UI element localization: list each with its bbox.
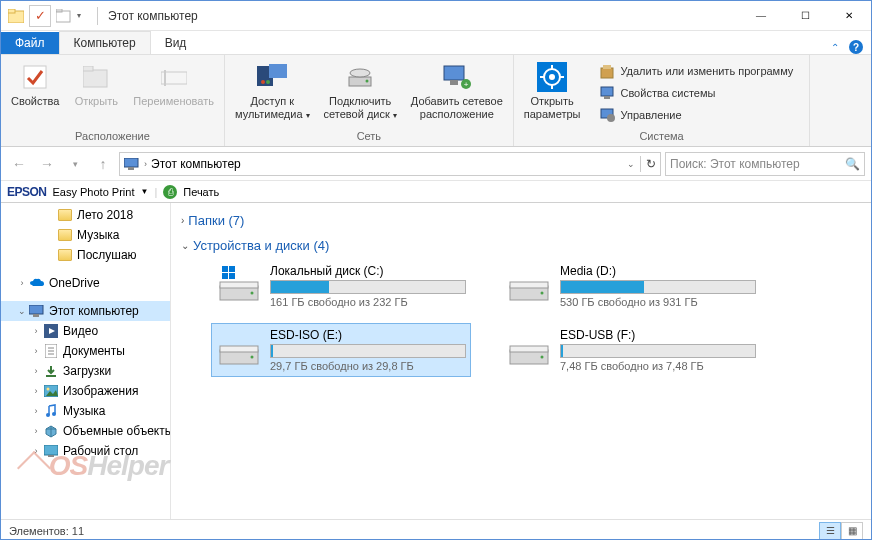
manage-icon <box>600 107 616 123</box>
tree-item[interactable]: ›Рабочий стол <box>1 441 170 461</box>
search-input[interactable] <box>670 157 845 171</box>
drive-name: ESD-USB (F:) <box>560 328 756 342</box>
tree-twisty-icon[interactable]: › <box>29 406 43 416</box>
svg-rect-28 <box>603 65 611 69</box>
system-properties-button[interactable]: Свойства системы <box>596 83 797 103</box>
tree-item-label: Послушаю <box>77 248 137 262</box>
tab-computer[interactable]: Компьютер <box>59 31 151 54</box>
tree-item[interactable]: ›Изображения <box>1 381 170 401</box>
new-folder-qat-icon[interactable] <box>53 5 75 27</box>
tree-item[interactable]: ›Музыка <box>1 401 170 421</box>
tree-item[interactable]: ›Видео <box>1 321 170 341</box>
svg-rect-6 <box>83 66 93 71</box>
svg-rect-62 <box>510 282 548 288</box>
tree-item[interactable]: Послушаю <box>1 245 170 265</box>
drives-category[interactable]: ⌄ Устройства и диски (4) <box>181 234 861 259</box>
tree-twisty-icon[interactable]: › <box>29 366 43 376</box>
svg-point-60 <box>251 292 254 295</box>
tree-item-label: Музыка <box>77 228 119 242</box>
tree-item[interactable]: Лето 2018 <box>1 205 170 225</box>
folder-icon <box>57 247 73 263</box>
qat-dropdown-icon[interactable]: ▾ <box>77 11 87 20</box>
search-icon[interactable]: 🔍 <box>845 157 860 171</box>
tree-twisty-icon[interactable]: › <box>29 426 43 436</box>
icons-view-button[interactable]: ▦ <box>841 522 863 540</box>
tree-item-label: Лето 2018 <box>77 208 133 222</box>
svg-rect-29 <box>601 87 613 96</box>
tree-item-label: Загрузки <box>63 364 111 378</box>
rename-icon <box>158 61 190 93</box>
settings-icon <box>536 61 568 93</box>
up-button[interactable]: ↑ <box>91 152 115 176</box>
maximize-button[interactable]: ☐ <box>783 1 827 31</box>
svg-point-48 <box>52 412 56 416</box>
navigation-pane[interactable]: Лето 2018МузыкаПослушаю›OneDrive⌄Этот ко… <box>1 203 171 519</box>
tree-item[interactable]: ›OneDrive <box>1 273 170 293</box>
tree-twisty-icon[interactable]: › <box>15 278 29 288</box>
minimize-button[interactable]: — <box>739 1 783 31</box>
open-settings-button[interactable]: Открыть параметры <box>520 59 585 123</box>
properties-icon <box>19 61 51 93</box>
pc-icon <box>29 303 45 319</box>
quick-access-toolbar: ✓ ▾ <box>1 5 91 27</box>
drive-icon <box>506 328 552 368</box>
tree-item-label: Видео <box>63 324 98 338</box>
svg-point-14 <box>350 69 370 77</box>
recent-dropdown-icon[interactable]: ▾ <box>63 152 87 176</box>
folders-category[interactable]: › Папки (7) <box>181 209 861 234</box>
svg-rect-1 <box>8 9 15 13</box>
print-button[interactable]: Печать <box>183 186 219 198</box>
drive-item[interactable]: ESD-USB (F:) 7,48 ГБ свободно из 7,48 ГБ <box>501 323 761 377</box>
details-view-button[interactable]: ☰ <box>819 522 841 540</box>
add-network-location-button[interactable]: + Добавить сетевое расположение <box>407 59 507 123</box>
open-button: Открыть <box>69 59 123 110</box>
tree-twisty-icon[interactable]: › <box>29 386 43 396</box>
svg-rect-17 <box>450 80 458 85</box>
map-drive-button[interactable]: Подключить сетевой диск ▾ <box>320 59 401 124</box>
tree-item[interactable]: Музыка <box>1 225 170 245</box>
content-pane[interactable]: › Папки (7) ⌄ Устройства и диски (4) Лок… <box>171 203 871 519</box>
close-button[interactable]: ✕ <box>827 1 871 31</box>
epson-dropdown-icon[interactable]: ▼ <box>140 187 148 196</box>
uninstall-button[interactable]: Удалить или изменить программу <box>596 61 797 81</box>
drive-icon <box>216 328 262 368</box>
tree-item[interactable]: ›Загрузки <box>1 361 170 381</box>
drive-item[interactable]: Локальный диск (C:) 161 ГБ свободно из 2… <box>211 259 471 313</box>
rename-button: Переименовать <box>129 59 218 110</box>
tree-item[interactable]: ⌄Этот компьютер <box>1 301 170 321</box>
drive-usage-bar <box>270 344 466 358</box>
refresh-icon[interactable]: ↻ <box>646 157 656 171</box>
tree-twisty-icon[interactable]: › <box>29 346 43 356</box>
drive-free-text: 530 ГБ свободно из 931 ГБ <box>560 296 756 308</box>
onedrive-icon <box>29 275 45 291</box>
properties-qat-icon[interactable]: ✓ <box>29 5 51 27</box>
tree-twisty-icon[interactable]: ⌄ <box>15 306 29 316</box>
search-box[interactable]: 🔍 <box>665 152 865 176</box>
epson-toolbar: EPSON Easy Photo Print ▼ | ⎙ Печать <box>1 181 871 203</box>
drive-item[interactable]: ESD-ISO (E:) 29,7 ГБ свободно из 29,8 ГБ <box>211 323 471 377</box>
tree-twisty-icon[interactable]: › <box>29 446 43 456</box>
breadcrumb-dropdown-icon[interactable]: ⌄ <box>627 159 635 169</box>
collapse-ribbon-icon[interactable]: ⌃ <box>831 42 839 53</box>
properties-button[interactable]: Свойства <box>7 59 63 110</box>
svg-point-47 <box>46 413 50 417</box>
media-access-button[interactable]: Доступ к мультимедиа ▾ <box>231 59 314 124</box>
drive-item[interactable]: Media (D:) 530 ГБ свободно из 931 ГБ <box>501 259 761 313</box>
tree-twisty-icon[interactable]: › <box>29 326 43 336</box>
svg-rect-35 <box>29 305 43 314</box>
svg-rect-5 <box>83 70 107 87</box>
drive-usage-bar <box>560 344 756 358</box>
status-bar: Элементов: 11 ☰ ▦ <box>1 519 871 540</box>
back-button[interactable]: ← <box>7 152 31 176</box>
tab-file[interactable]: Файл <box>1 32 59 54</box>
tree-item[interactable]: ›Документы <box>1 341 170 361</box>
drive-name: Media (D:) <box>560 264 756 278</box>
tree-item[interactable]: ›Объемные объекты <box>1 421 170 441</box>
manage-button[interactable]: Управление <box>596 105 797 125</box>
breadcrumb[interactable]: › Этот компьютер ⌄ ↻ <box>119 152 661 176</box>
tab-view[interactable]: Вид <box>151 32 201 54</box>
help-icon[interactable]: ? <box>849 40 863 54</box>
svg-point-66 <box>251 356 254 359</box>
drive-icon <box>506 264 552 304</box>
ribbon-group-location: Свойства Открыть Переименовать Расположе… <box>1 55 225 146</box>
